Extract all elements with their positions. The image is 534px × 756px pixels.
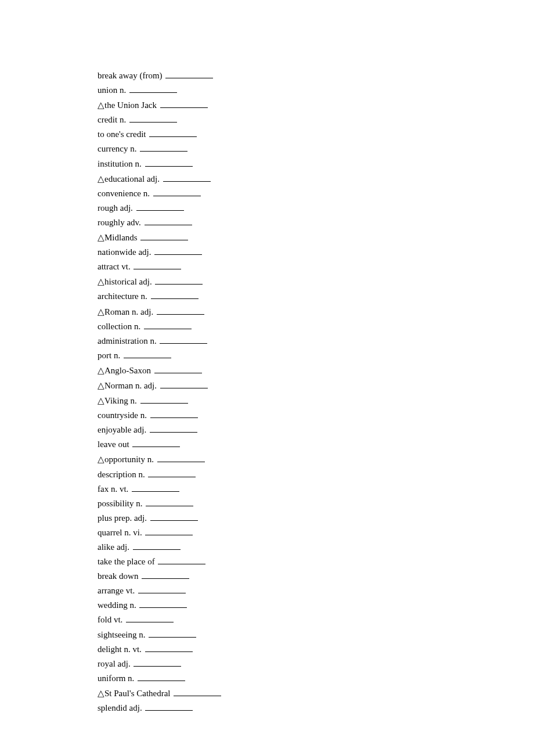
fill-in-blank[interactable] xyxy=(160,380,208,388)
fill-in-blank[interactable] xyxy=(150,410,198,418)
vocab-entry: break down xyxy=(98,569,534,584)
vocab-entry: port n. xyxy=(98,348,534,363)
fill-in-blank[interactable] xyxy=(140,143,187,152)
fill-in-blank[interactable] xyxy=(140,395,188,404)
vocab-entry: uniform n. xyxy=(98,671,534,686)
part-of-speech: n. adj. xyxy=(132,307,153,316)
part-of-speech: n. xyxy=(128,674,134,683)
fill-in-blank[interactable] xyxy=(160,100,208,108)
vocab-entry: roughly adv. xyxy=(98,215,534,230)
term-text: △the Union Jack xyxy=(98,100,157,110)
fill-in-blank[interactable] xyxy=(132,439,180,447)
fill-in-blank[interactable] xyxy=(146,498,193,506)
part-of-speech: adj. xyxy=(117,542,129,552)
fill-in-blank[interactable] xyxy=(163,174,211,182)
vocab-entry: take the place of xyxy=(98,555,534,569)
term-text: leave out xyxy=(98,440,129,449)
fill-in-blank[interactable] xyxy=(155,276,203,285)
vocab-entry: union n. xyxy=(98,83,534,98)
part-of-speech: n. xyxy=(136,499,142,508)
fill-in-blank[interactable] xyxy=(139,600,187,608)
part-of-speech: adj. xyxy=(139,277,152,286)
fill-in-blank[interactable] xyxy=(138,585,186,593)
fill-in-blank[interactable] xyxy=(150,424,197,433)
fill-in-blank[interactable] xyxy=(145,527,193,535)
fill-in-blank[interactable] xyxy=(134,658,181,667)
fill-in-blank[interactable] xyxy=(154,365,202,373)
term-text: △Roman xyxy=(98,307,129,316)
term-text: △St Paul's Cathedral xyxy=(98,689,171,698)
fill-in-blank[interactable] xyxy=(133,542,181,550)
vocab-entry: △Anglo-Saxon xyxy=(98,363,534,378)
fill-in-blank[interactable] xyxy=(140,232,188,240)
fill-in-blank[interactable] xyxy=(129,85,177,93)
fill-in-blank[interactable] xyxy=(138,673,185,681)
fill-in-blank[interactable] xyxy=(132,484,179,492)
fill-in-blank[interactable] xyxy=(145,159,193,167)
fill-in-blank[interactable] xyxy=(158,556,205,564)
fill-in-blank[interactable] xyxy=(153,188,201,196)
fill-in-blank[interactable] xyxy=(124,350,171,358)
term-text: currency xyxy=(98,144,128,153)
fill-in-blank[interactable] xyxy=(145,703,193,711)
part-of-speech: n. xyxy=(150,336,156,345)
fill-in-blank[interactable] xyxy=(154,247,202,255)
term-text: roughly xyxy=(98,218,125,227)
fill-in-blank[interactable] xyxy=(126,614,174,622)
part-of-speech: n. xyxy=(129,600,136,610)
fill-in-blank[interactable] xyxy=(157,307,204,315)
fill-in-blank[interactable] xyxy=(144,321,192,329)
vocab-entry: collection n. xyxy=(98,319,534,334)
vocab-entry: alike adj. xyxy=(98,540,534,555)
fill-in-blank[interactable] xyxy=(129,114,177,123)
term-text: break down xyxy=(98,571,138,581)
fill-in-blank[interactable] xyxy=(145,644,193,652)
fill-in-blank[interactable] xyxy=(134,261,181,269)
vocab-entry: sightseeing n. xyxy=(98,628,534,642)
fill-in-blank[interactable] xyxy=(150,513,198,521)
term-text: rough xyxy=(98,203,118,213)
vocab-entry: possibility n. xyxy=(98,496,534,511)
vocab-entry: attract vt. xyxy=(98,260,534,274)
fill-in-blank[interactable] xyxy=(157,454,205,462)
fill-in-blank[interactable] xyxy=(151,291,199,299)
vocabulary-list: break away (from) union n. △the Union Ja… xyxy=(0,0,534,715)
term-text: △historical xyxy=(98,277,137,286)
fill-in-blank[interactable] xyxy=(148,469,196,477)
fill-in-blank[interactable] xyxy=(142,571,189,579)
term-text: wedding xyxy=(98,600,128,610)
term-text: alike xyxy=(98,542,114,552)
fill-in-blank[interactable] xyxy=(149,629,196,638)
term-text: quarrel xyxy=(98,528,122,537)
vocab-entry: fold vt. xyxy=(98,613,534,627)
term-text: enjoyable xyxy=(98,425,131,434)
part-of-speech: n. xyxy=(130,144,136,153)
fill-in-blank[interactable] xyxy=(160,336,207,344)
vocab-entry: quarrel n. vi. xyxy=(98,525,534,540)
term-text: fax xyxy=(98,484,109,494)
term-text: plus xyxy=(98,513,112,523)
vocab-entry: wedding n. xyxy=(98,598,534,613)
fill-in-blank[interactable] xyxy=(145,217,192,225)
vocab-entry: nationwide adj. xyxy=(98,245,534,260)
term-text: description xyxy=(98,470,136,479)
term-text: architecture xyxy=(98,291,139,301)
vocab-entry: credit n. xyxy=(98,113,534,127)
vocab-entry: △Roman n. adj. xyxy=(98,304,534,319)
vocab-entry: architecture n. xyxy=(98,289,534,304)
fill-in-blank[interactable] xyxy=(174,688,221,696)
vocab-entry: institution n. xyxy=(98,157,534,171)
vocab-entry: convenience n. xyxy=(98,186,534,201)
part-of-speech: n. adj. xyxy=(135,381,157,390)
vocab-entry: △historical adj. xyxy=(98,274,534,289)
part-of-speech: adv. xyxy=(127,218,140,227)
fill-in-blank[interactable] xyxy=(136,203,184,211)
vocab-entry: splendid adj. xyxy=(98,701,534,715)
fill-in-blank[interactable] xyxy=(149,129,197,137)
fill-in-blank[interactable] xyxy=(165,70,213,78)
vocab-entry: delight n. vt. xyxy=(98,642,534,657)
term-text: sightseeing xyxy=(98,630,137,639)
vocab-entry: administration n. xyxy=(98,334,534,348)
term-text: union xyxy=(98,85,117,95)
vocab-entry: countryside n. xyxy=(98,408,534,423)
